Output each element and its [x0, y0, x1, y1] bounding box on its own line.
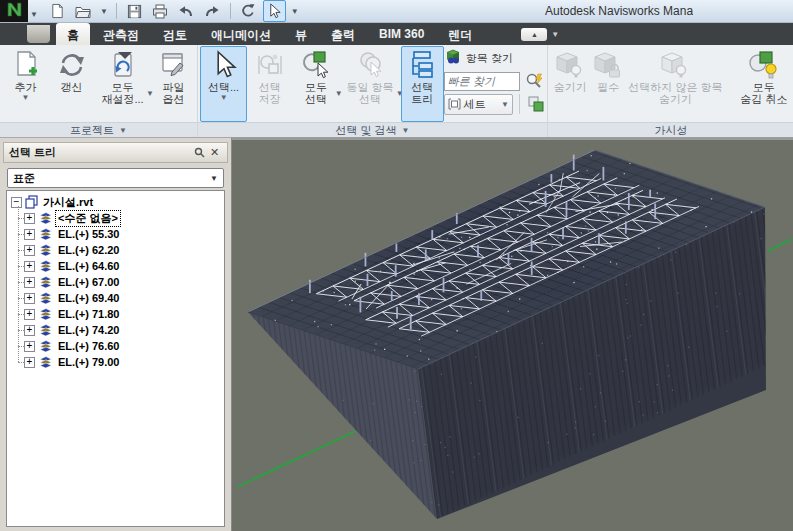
expand-icon[interactable]: + [24, 213, 35, 224]
select-dropdown-icon[interactable]: ▼ [220, 94, 228, 103]
file-options-icon [159, 49, 187, 81]
group-label-select-search[interactable]: 선택 및 검색 ▼ [198, 122, 547, 138]
app-button-stub[interactable] [27, 25, 50, 43]
ribbon-minimize-icon[interactable]: ▲ [521, 28, 547, 41]
tree-item[interactable]: + EL.(+) 74.20 [18, 322, 224, 338]
unhide-all-button[interactable]: 모두 숨김 취소 [735, 46, 793, 122]
open-dropdown-icon[interactable]: ▼ [98, 7, 110, 16]
tab-render[interactable]: 렌더 [437, 23, 483, 45]
tree-item-label: EL.(+) 69.40 [56, 292, 121, 304]
application-menu-button[interactable] [0, 0, 28, 22]
tree-root[interactable]: − 가시설.rvt [11, 194, 224, 210]
redo-button[interactable] [201, 0, 224, 22]
refresh-button[interactable] [237, 0, 260, 22]
add-dropdown-icon[interactable]: ▼ [22, 94, 30, 103]
expand-icon[interactable]: + [24, 325, 35, 336]
tree-root-label: 가시설.rvt [41, 195, 95, 210]
tree-item-label: EL.(+) 76.60 [56, 340, 121, 352]
tab-output[interactable]: 출력 [320, 23, 366, 45]
tree-item[interactable]: + EL.(+) 62.20 [18, 242, 224, 258]
qat-separator [116, 3, 117, 19]
quick-find-input[interactable] [444, 72, 520, 91]
sets-dropdown[interactable]: 세트 ▼ [444, 94, 513, 115]
pin-icon[interactable] [192, 146, 207, 160]
expand-icon[interactable]: + [24, 341, 35, 352]
ribbon-collapse-control[interactable]: ▲ ▼ [521, 28, 559, 41]
tree-item-label: EL.(+) 79.00 [56, 356, 121, 368]
tab-viewpoint[interactable]: 관측점 [92, 23, 150, 45]
selection-tree-button[interactable]: 선택 트리 [401, 46, 444, 122]
hide-unselected-button[interactable]: 선택하지 않은 항목 숨기기 [626, 46, 725, 122]
ribbon-minimize-arrow-icon[interactable]: ▼ [551, 30, 559, 39]
unhide-all-icon [748, 49, 780, 81]
print-icon [152, 4, 168, 19]
title-bar: ▼ ▼ ▼ Autodesk Navisworks Mana [0, 0, 793, 23]
level-layers-icon [38, 324, 53, 337]
select-tool-button[interactable] [263, 0, 286, 22]
main-area: 선택 트리 ✕ 표준 ▼ − 가시설.rvt + <수준 없음> [0, 137, 793, 531]
tree-item[interactable]: + <수준 없음> [18, 210, 224, 226]
tree-item[interactable]: + EL.(+) 67.00 [18, 274, 224, 290]
save-button[interactable] [123, 0, 146, 22]
expand-icon[interactable]: + [24, 357, 35, 368]
tree-item[interactable]: + EL.(+) 76.60 [18, 338, 224, 354]
file-options-button[interactable]: 파일 옵션 [151, 46, 196, 122]
manage-sets-button[interactable] [526, 95, 546, 114]
tree-item[interactable]: + EL.(+) 64.60 [18, 258, 224, 274]
new-file-button[interactable] [46, 0, 69, 22]
tree-item[interactable]: + EL.(+) 71.80 [18, 306, 224, 322]
open-file-button[interactable] [72, 0, 95, 22]
select-button[interactable]: 선택... ▼ [200, 46, 247, 122]
expand-icon[interactable]: + [24, 229, 35, 240]
level-layers-icon [38, 244, 53, 257]
find-column: 항목 찾기 세트 ▼ [444, 46, 546, 114]
hide-button[interactable]: 숨기기 [550, 46, 591, 122]
expand-icon[interactable]: + [24, 293, 35, 304]
require-lock-icon [593, 49, 623, 81]
tree-item-label: EL.(+) 55.30 [56, 228, 121, 240]
tree-item[interactable]: + EL.(+) 55.30 [18, 226, 224, 242]
refresh-model-button[interactable]: 갱신 [49, 46, 94, 122]
tab-view[interactable]: 뷰 [284, 23, 318, 45]
quick-access-toolbar: ▼ ▼ [46, 0, 301, 22]
expand-icon[interactable]: + [24, 261, 35, 272]
refresh-icon [240, 3, 256, 19]
tree-item-label: EL.(+) 62.20 [56, 244, 121, 256]
selection-tree[interactable]: − 가시설.rvt + <수준 없음> + EL.(+) 55.30 + [6, 190, 225, 527]
app-menu-arrow-icon[interactable]: ▼ [30, 10, 38, 19]
quick-find-button[interactable] [524, 72, 544, 91]
tab-animation[interactable]: 애니메이션 [200, 23, 282, 45]
expand-icon[interactable]: + [24, 309, 35, 320]
level-layers-icon [38, 292, 53, 305]
collapse-icon[interactable]: − [11, 197, 22, 208]
undo-button[interactable] [175, 0, 198, 22]
save-selection-button[interactable]: 선택 저장 [247, 46, 292, 122]
separator [519, 94, 520, 114]
select-all-icon [301, 49, 331, 81]
select-same-icon [355, 49, 385, 81]
tab-review[interactable]: 검토 [152, 23, 198, 45]
model-file-icon [25, 195, 38, 209]
print-button[interactable] [149, 0, 172, 22]
reset-all-button[interactable]: 모두 재설정... ▼ [94, 46, 151, 122]
close-panel-icon[interactable]: ✕ [207, 146, 222, 160]
panel-title-bar[interactable]: 선택 트리 ✕ [3, 142, 228, 163]
select-same-button[interactable]: 동일 항목 선택 ▼ [340, 46, 401, 122]
require-button[interactable]: 필수 [591, 46, 626, 122]
select-all-button[interactable]: 모두 선택 ▼ [292, 46, 339, 122]
tree-item[interactable]: + EL.(+) 79.00 [18, 354, 224, 370]
add-button[interactable]: 추가 ▼ [2, 46, 49, 122]
group-label-project[interactable]: 프로젝트 ▼ [0, 122, 197, 138]
expand-icon[interactable]: + [24, 277, 35, 288]
customize-qat-icon[interactable]: ▼ [289, 7, 301, 16]
tab-home[interactable]: 홈 [56, 23, 90, 45]
manage-sets-icon [527, 95, 545, 113]
tab-bim360[interactable]: BIM 360 [368, 23, 435, 45]
find-items-button[interactable]: 항목 찾기 [444, 48, 546, 68]
group-label-visibility[interactable]: 가시성 [548, 122, 793, 138]
tree-item[interactable]: + EL.(+) 69.40 [18, 290, 224, 306]
3d-viewport[interactable] [232, 140, 792, 531]
tree-mode-dropdown[interactable]: 표준 ▼ [7, 168, 224, 188]
selection-tree-icon [408, 49, 436, 81]
expand-icon[interactable]: + [24, 245, 35, 256]
